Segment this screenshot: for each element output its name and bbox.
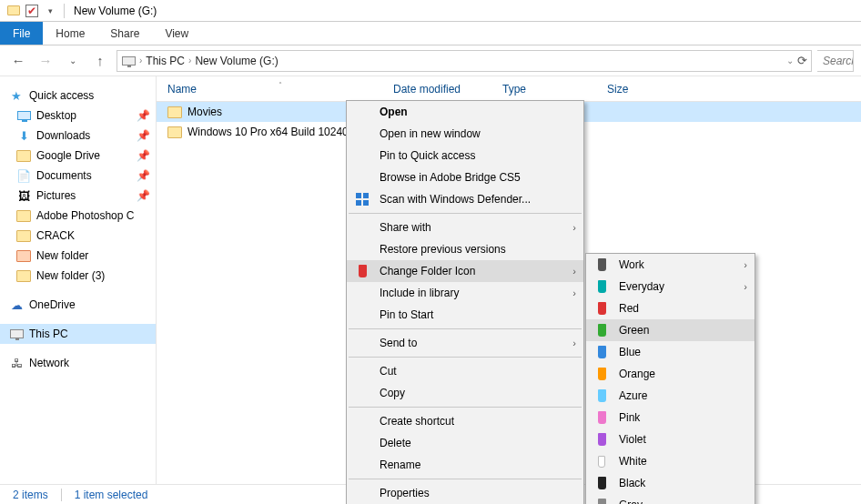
sort-indicator-icon: ˄ xyxy=(279,81,282,89)
address-row: ← → ⌄ ↑ › This PC › New Volume (G:) ⌄ ⟳ … xyxy=(0,45,861,76)
subctx-green[interactable]: Green xyxy=(586,319,755,341)
subctx-white[interactable]: White xyxy=(586,450,755,472)
tab-view[interactable]: View xyxy=(152,22,201,45)
pin-icon: 📌 xyxy=(137,149,150,162)
column-size[interactable]: Size xyxy=(607,83,680,96)
column-label: Name xyxy=(167,83,197,96)
column-type[interactable]: Type xyxy=(502,83,607,96)
sidebar-item-documents[interactable]: 📄 Documents 📌 xyxy=(0,166,156,186)
tab-file[interactable]: File xyxy=(0,22,43,45)
pin-icon: 📌 xyxy=(137,109,150,122)
folder-icon xyxy=(16,148,31,163)
nav-back[interactable]: ← xyxy=(7,50,29,72)
breadcrumb-volume[interactable]: New Volume (G:) xyxy=(195,55,278,67)
sidebar-item-new-folder[interactable]: New folder xyxy=(0,246,156,266)
ctx-scan-defender[interactable]: Scan with Windows Defender... xyxy=(347,188,583,210)
sidebar-item-label: Desktop xyxy=(36,109,76,122)
sidebar-item-adobe[interactable]: Adobe Photoshop C xyxy=(0,206,156,226)
subctx-black[interactable]: Black xyxy=(586,472,755,494)
subctx-red[interactable]: Red xyxy=(586,297,755,319)
ctx-send-to[interactable]: Send to› xyxy=(347,332,583,354)
ctx-pin-quick-access[interactable]: Pin to Quick access xyxy=(347,145,583,166)
breadcrumb-this-pc[interactable]: This PC xyxy=(146,55,185,67)
sidebar-item-new-folder-3[interactable]: New folder (3) xyxy=(0,266,156,286)
subctx-azure[interactable]: Azure xyxy=(586,385,755,407)
tab-share[interactable]: Share xyxy=(97,22,152,45)
ctx-share-with[interactable]: Share with› xyxy=(347,217,583,238)
ctx-label: Pin to Quick access xyxy=(380,149,475,162)
sidebar-item-label: New folder (3) xyxy=(36,269,105,282)
ctx-label: Black xyxy=(619,477,645,489)
ctx-open-new-window[interactable]: Open in new window xyxy=(347,123,583,145)
chevron-right-icon: › xyxy=(188,55,191,66)
refresh-icon[interactable]: ⟳ xyxy=(797,54,807,67)
sidebar-item-downloads[interactable]: ⬇ Downloads 📌 xyxy=(0,126,156,146)
ctx-label: Red xyxy=(619,302,639,315)
subctx-pink[interactable]: Pink xyxy=(586,407,755,428)
ctx-label: Restore previous versions xyxy=(380,243,506,256)
subctx-work[interactable]: Work› xyxy=(586,254,755,276)
column-date[interactable]: Date modified xyxy=(393,83,502,96)
ctx-create-shortcut[interactable]: Create shortcut xyxy=(347,410,583,432)
subctx-everyday[interactable]: Everyday› xyxy=(586,276,755,297)
sidebar-item-label: Downloads xyxy=(36,129,90,142)
sidebar-item-desktop[interactable]: Desktop 📌 xyxy=(0,106,156,126)
address-history-dropdown[interactable]: ⌄ xyxy=(786,55,794,66)
chevron-right-icon: › xyxy=(572,338,576,348)
separator xyxy=(349,479,582,479)
ctx-label: Cut xyxy=(380,365,397,378)
chevron-right-icon: › xyxy=(572,266,576,277)
nav-forward[interactable]: → xyxy=(35,50,56,72)
ctx-pin-start[interactable]: Pin to Start xyxy=(347,304,583,326)
sidebar-item-google-drive[interactable]: Google Drive 📌 xyxy=(0,146,156,166)
ctx-properties[interactable]: Properties xyxy=(347,482,583,504)
sidebar-item-pictures[interactable]: 🖼 Pictures 📌 xyxy=(0,186,156,206)
bookmark-icon xyxy=(593,344,610,360)
subctx-gray[interactable]: Gray xyxy=(586,494,755,504)
ctx-label: Azure xyxy=(619,389,647,402)
ctx-include-library[interactable]: Include in library› xyxy=(347,282,583,304)
ctx-label: White xyxy=(619,455,647,468)
ctx-rename[interactable]: Rename xyxy=(347,454,583,476)
ctx-open[interactable]: Open xyxy=(347,101,583,123)
tab-home[interactable]: Home xyxy=(43,22,97,45)
address-bar[interactable]: › This PC › New Volume (G:) ⌄ ⟳ xyxy=(116,50,812,72)
ctx-copy[interactable]: Copy xyxy=(347,382,583,404)
file-name: Movies xyxy=(187,106,222,118)
ctx-label: Gray xyxy=(619,499,643,504)
folder-icon xyxy=(5,3,22,19)
ctx-cut[interactable]: Cut xyxy=(347,360,583,382)
svg-rect-2 xyxy=(356,200,361,206)
subctx-orange[interactable]: Orange xyxy=(586,363,755,385)
search-input[interactable]: Search xyxy=(817,50,854,72)
desktop-icon xyxy=(16,108,31,123)
pictures-icon: 🖼 xyxy=(16,188,31,203)
ctx-label: Browse in Adobe Bridge CS5 xyxy=(380,171,521,184)
ctx-browse-bridge[interactable]: Browse in Adobe Bridge CS5 xyxy=(347,166,583,188)
sidebar-label: This PC xyxy=(29,328,68,340)
bookmark-icon xyxy=(593,409,610,426)
ctx-label: Share with xyxy=(380,221,431,234)
sidebar-onedrive[interactable]: ☁ OneDrive xyxy=(0,295,156,315)
ctx-change-folder-icon[interactable]: Change Folder Icon› xyxy=(347,260,583,282)
sidebar-network[interactable]: 🖧 Network xyxy=(0,353,156,373)
ctx-delete[interactable]: Delete xyxy=(347,432,583,454)
subctx-violet[interactable]: Violet xyxy=(586,428,755,450)
download-icon: ⬇ xyxy=(16,128,31,143)
svg-rect-0 xyxy=(356,193,361,198)
qat-dropdown[interactable]: ▾ xyxy=(42,3,58,19)
sidebar-this-pc[interactable]: This PC xyxy=(0,324,156,344)
sidebar-quick-access[interactable]: ★ Quick access xyxy=(0,86,156,106)
column-name[interactable]: ˄Name xyxy=(167,83,393,96)
nav-up[interactable]: ↑ xyxy=(89,50,111,72)
network-icon: 🖧 xyxy=(9,356,24,370)
subctx-blue[interactable]: Blue xyxy=(586,341,755,363)
ctx-restore-versions[interactable]: Restore previous versions xyxy=(347,238,583,260)
sidebar-item-label: Google Drive xyxy=(36,149,100,162)
sidebar-label: Quick access xyxy=(29,89,94,102)
qat-checkbox[interactable]: ✔ xyxy=(24,3,40,19)
folder-icon xyxy=(16,208,31,223)
sidebar-item-crack[interactable]: CRACK xyxy=(0,226,156,246)
nav-recent-dropdown[interactable]: ⌄ xyxy=(62,50,84,72)
status-item-count: 2 items xyxy=(13,489,48,501)
